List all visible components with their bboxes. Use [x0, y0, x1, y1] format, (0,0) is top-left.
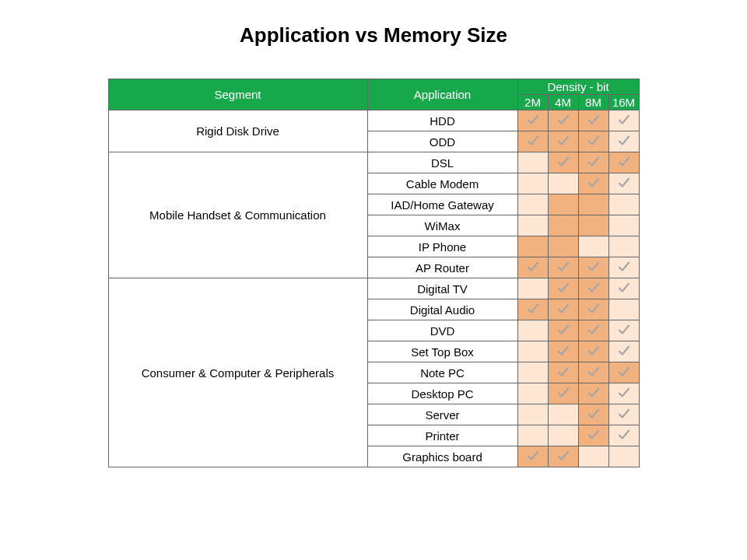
density-cell: [548, 257, 578, 278]
density-cell: [608, 404, 639, 425]
density-cell: [578, 278, 608, 299]
application-cell: Set Top Box: [367, 341, 517, 362]
check-icon: [526, 134, 540, 148]
density-cell: [608, 425, 639, 446]
density-cell: [608, 278, 639, 299]
density-cell: [548, 320, 578, 341]
density-cell: [578, 257, 608, 278]
density-cell: [578, 110, 608, 131]
density-cell: [608, 383, 639, 404]
density-cell: [548, 131, 578, 152]
density-cell: [517, 194, 548, 215]
check-icon: [526, 449, 540, 463]
density-cell: [517, 131, 548, 152]
density-cell: [578, 320, 608, 341]
density-cell: [608, 215, 639, 236]
check-icon: [556, 260, 570, 274]
density-cell: [548, 152, 578, 173]
segment-cell: Rigid Disk Drive: [108, 110, 367, 152]
segment-cell: Mobile Handset & Communication: [108, 152, 367, 278]
check-icon: [587, 302, 601, 316]
check-icon: [587, 134, 601, 148]
density-cell: [548, 194, 578, 215]
density-cell: [548, 236, 578, 257]
page-title: Application vs Memory Size: [0, 23, 747, 47]
density-cell: [578, 236, 608, 257]
density-cell: [608, 152, 639, 173]
header-col-8m: 8M: [578, 95, 608, 110]
density-cell: [548, 404, 578, 425]
density-cell: [517, 152, 548, 173]
density-cell: [548, 425, 578, 446]
density-cell: [548, 215, 578, 236]
check-icon: [587, 386, 601, 400]
density-cell: [548, 278, 578, 299]
density-cell: [517, 278, 548, 299]
application-cell: ODD: [367, 131, 517, 152]
check-icon: [617, 365, 631, 379]
density-cell: [517, 173, 548, 194]
density-cell: [608, 320, 639, 341]
density-cell: [608, 173, 639, 194]
density-cell: [578, 131, 608, 152]
density-cell: [578, 362, 608, 383]
header-col-2m: 2M: [517, 95, 548, 110]
density-cell: [548, 383, 578, 404]
check-icon: [587, 260, 601, 274]
density-cell: [578, 425, 608, 446]
density-cell: [548, 110, 578, 131]
density-cell: [517, 404, 548, 425]
check-icon: [617, 407, 631, 421]
application-cell: Digital Audio: [367, 299, 517, 320]
application-cell: DVD: [367, 320, 517, 341]
density-cell: [517, 257, 548, 278]
check-icon: [617, 428, 631, 442]
check-icon: [556, 365, 570, 379]
density-cell: [517, 362, 548, 383]
application-cell: WiMax: [367, 215, 517, 236]
density-cell: [578, 215, 608, 236]
check-icon: [617, 176, 631, 190]
header-col-4m: 4M: [548, 95, 578, 110]
check-icon: [526, 302, 540, 316]
check-icon: [556, 449, 570, 463]
memory-table: Segment Application Density - bit 2M 4M …: [108, 79, 640, 467]
table-row: Rigid Disk DriveHDD: [108, 110, 639, 131]
application-cell: Graphics board: [367, 446, 517, 467]
header-segment: Segment: [108, 79, 367, 110]
check-icon: [587, 323, 601, 337]
density-cell: [608, 362, 639, 383]
density-cell: [517, 425, 548, 446]
check-icon: [556, 323, 570, 337]
application-cell: IP Phone: [367, 236, 517, 257]
density-cell: [608, 446, 639, 467]
density-cell: [578, 383, 608, 404]
check-icon: [617, 323, 631, 337]
check-icon: [587, 155, 601, 169]
density-cell: [548, 341, 578, 362]
check-icon: [556, 155, 570, 169]
density-cell: [608, 110, 639, 131]
density-cell: [578, 173, 608, 194]
density-cell: [578, 341, 608, 362]
density-cell: [578, 446, 608, 467]
application-cell: Server: [367, 404, 517, 425]
check-icon: [526, 113, 540, 127]
check-icon: [587, 344, 601, 358]
application-cell: AP Router: [367, 257, 517, 278]
check-icon: [617, 134, 631, 148]
density-cell: [578, 404, 608, 425]
check-icon: [587, 428, 601, 442]
application-cell: DSL: [367, 152, 517, 173]
table-row: Consumer & Computer & PeripheralsDigital…: [108, 278, 639, 299]
density-cell: [578, 152, 608, 173]
application-cell: Desktop PC: [367, 383, 517, 404]
check-icon: [617, 260, 631, 274]
application-cell: HDD: [367, 110, 517, 131]
check-icon: [556, 302, 570, 316]
application-cell: Cable Modem: [367, 173, 517, 194]
check-icon: [587, 281, 601, 295]
density-cell: [517, 320, 548, 341]
density-cell: [517, 341, 548, 362]
density-cell: [608, 299, 639, 320]
